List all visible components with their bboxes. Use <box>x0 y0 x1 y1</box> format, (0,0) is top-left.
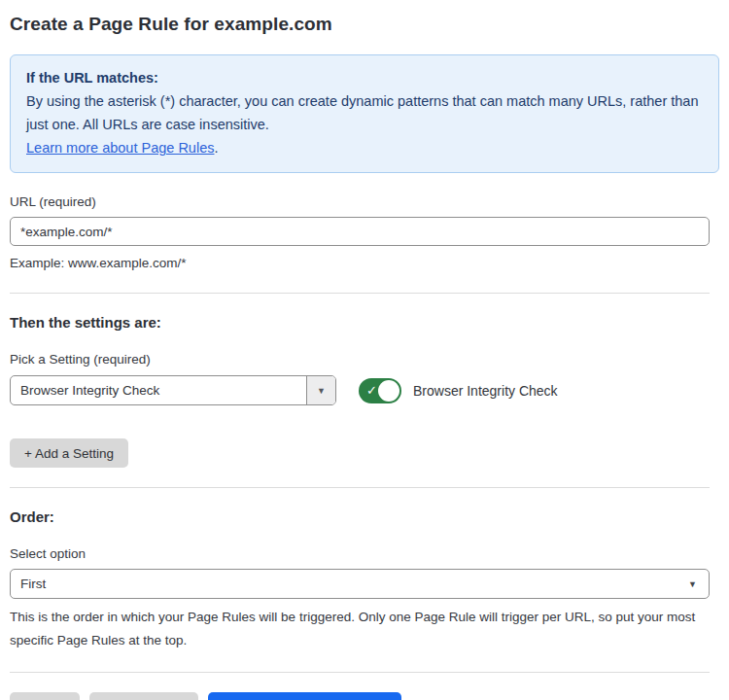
url-example-text: Example: www.example.com/* <box>10 253 719 273</box>
order-select-value: First <box>20 577 46 591</box>
add-setting-button[interactable]: + Add a Setting <box>10 438 128 468</box>
order-section-heading: Order: <box>10 508 719 525</box>
page-title: Create a Page Rule for example.com <box>10 14 719 35</box>
footer-actions: Cancel Save as Draft Save and Deploy Pag… <box>10 692 719 700</box>
link-period: . <box>214 140 218 156</box>
toggle-knob <box>378 380 399 402</box>
url-field-label: URL (required) <box>10 194 719 209</box>
cancel-button[interactable]: Cancel <box>10 692 80 700</box>
url-input[interactable] <box>10 217 710 246</box>
section-divider <box>10 293 710 294</box>
info-box-link-line: Learn more about Page Rules. <box>26 136 703 159</box>
url-match-info-box: If the URL matches: By using the asteris… <box>10 54 719 173</box>
info-box-body: By using the asterisk (*) character, you… <box>26 89 703 136</box>
settings-section-heading: Then the settings are: <box>10 314 719 331</box>
chevron-down-icon: ▼ <box>688 579 697 589</box>
setting-row: Browser Integrity Check ▼ ✓ Browser Inte… <box>10 375 719 405</box>
toggle-label: Browser Integrity Check <box>413 383 558 399</box>
setting-select-value: Browser Integrity Check <box>11 376 306 404</box>
section-divider <box>10 487 710 488</box>
order-select[interactable]: First ▼ <box>10 569 710 599</box>
footer-divider <box>10 672 710 673</box>
info-box-heading: If the URL matches: <box>26 66 703 89</box>
order-help-text: This is the order in which your Page Rul… <box>10 606 710 652</box>
create-page-rule-form: Create a Page Rule for example.com If th… <box>0 0 729 700</box>
learn-more-link[interactable]: Learn more about Page Rules <box>26 140 214 156</box>
check-icon: ✓ <box>366 384 377 397</box>
save-as-draft-button[interactable]: Save as Draft <box>89 692 198 700</box>
pick-setting-label: Pick a Setting (required) <box>10 352 719 367</box>
setting-select[interactable]: Browser Integrity Check ▼ <box>10 375 336 405</box>
setting-select-arrow-button[interactable]: ▼ <box>306 376 335 404</box>
select-option-label: Select option <box>10 546 719 561</box>
chevron-down-icon: ▼ <box>317 386 326 396</box>
browser-integrity-check-toggle[interactable]: ✓ <box>359 378 401 403</box>
save-and-deploy-button[interactable]: Save and Deploy Page Rule <box>208 692 402 700</box>
